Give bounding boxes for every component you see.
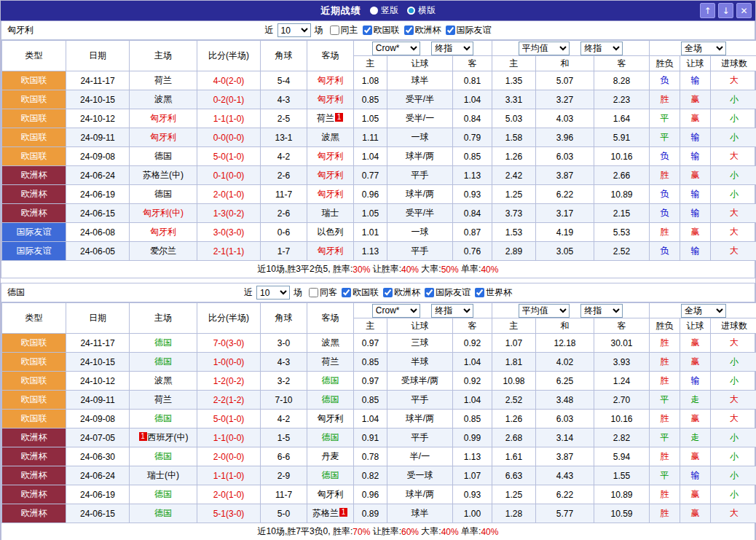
odds-handicap: 三球 [387,334,453,353]
team-text: 匈牙利 [150,227,176,237]
odds-source-select[interactable]: Crow* [372,42,420,55]
match-count-select[interactable]: 10 [277,23,311,37]
team-text: 波黑 [154,94,172,104]
avg-source-select[interactable]: 平均值 [519,42,570,55]
titlebar: 近期战绩 竖版 横版 ↑ ↓ ✕ [1,1,755,21]
avg-draw: 6.03 [536,410,594,429]
filter-checkbox[interactable]: 国际友谊 [446,24,492,36]
move-down-button[interactable]: ↓ [718,3,733,18]
col-subheader: 让球 [680,56,711,71]
checkbox-input[interactable] [309,288,318,297]
match-row: 欧洲杯24-06-19德国2-0(1-0)11-7匈牙利0.96球半/两0.93… [2,485,756,504]
filter-checkbox[interactable]: 欧国联 [363,24,400,36]
result-outcome: 胜 [650,504,680,523]
checkbox-input[interactable] [425,288,434,297]
filter-checkbox[interactable]: 国际友谊 [425,286,470,299]
match-score: 0-0(0-0) [197,128,261,147]
result-group-header: 全场 [650,303,756,318]
match-score: 2-0(1-0) [197,185,261,204]
result-scope-select[interactable]: 全场 [681,42,726,55]
odds-time-select[interactable]: 终指 [431,304,473,318]
team-text: 德国 [154,413,172,423]
competition-type: 国际友谊 [2,242,66,261]
summary-text: 近10场,胜3平2负5, 胜率: [258,263,353,275]
avg-home: 1.07 [492,334,536,353]
avg-time-select[interactable]: 终指 [580,304,623,318]
home-team: 德国 [130,147,197,166]
move-up-button[interactable]: ↑ [700,3,715,18]
match-row: 国际友谊24-06-05爱尔兰2-1(1-1)1-7匈牙利1.13平手0.762… [2,242,756,261]
competition-type: 欧国联 [2,71,66,90]
filter-checkbox[interactable]: 同主 [330,24,358,36]
checkbox-label: 欧国联 [374,24,400,36]
result-goals: 小 [711,466,756,485]
filter-checkbox[interactable]: 同客 [309,286,337,299]
team-text: 德国 [154,151,172,161]
titlebar-buttons: ↑ ↓ ✕ [700,3,752,18]
checkbox-input[interactable] [383,288,393,297]
filter-checkbox[interactable]: 欧国联 [342,286,379,299]
odds-source-select[interactable]: Crow* [372,304,420,318]
summary-text: 70% [353,527,370,537]
close-button[interactable]: ✕ [736,3,752,18]
odds-home: 0.85 [354,353,387,372]
checkbox-input[interactable] [404,26,414,35]
competition-type: 欧国联 [2,372,66,391]
match-date: 24-06-24 [66,166,130,185]
checkbox-input[interactable] [330,26,339,35]
avg-away: 2.70 [594,391,650,410]
avg-source-select[interactable]: 平均值 [519,304,570,318]
home-team: 德国 [130,447,197,466]
match-score: 1-1(1-0) [197,109,261,128]
match-score: 2-2(1-2) [197,391,261,410]
checkbox-input[interactable] [475,288,484,297]
summary-text: 40% [481,527,498,537]
corner-score: 1-5 [261,429,307,447]
match-row: 欧国联24-09-11荷兰2-2(1-2)7-10德国0.85平手1.042.5… [2,391,756,410]
odds-away: 0.79 [453,128,492,147]
result-handicap: 赢 [680,334,711,353]
col-subheader: 和 [536,56,594,71]
team-text: 西班牙(中) [148,432,189,442]
col-header-type: 类型 [2,303,66,334]
avg-draw: 6.22 [536,485,594,504]
checkbox-input[interactable] [363,26,372,35]
result-goals: 小 [711,128,756,147]
avg-home: 2.52 [492,391,536,410]
odds-time-select[interactable]: 终指 [431,42,473,55]
match-score: 5-0(1-0) [197,147,261,166]
checkbox-input[interactable] [446,26,455,35]
col-header-date: 日期 [66,303,130,334]
filter-checkbox[interactable]: 欧洲杯 [383,286,420,299]
avg-draw: 3.87 [536,447,594,466]
col-header-corner: 角球 [261,303,307,334]
result-handicap: 赢 [680,485,711,504]
result-scope-select[interactable]: 全场 [681,304,726,318]
filter-checkbox[interactable]: 欧洲杯 [404,24,441,36]
match-count-select[interactable]: 10 [256,286,290,300]
checkbox-label: 同客 [320,286,337,299]
team-text: 匈牙利 [318,170,344,180]
home-team: 德国 [130,185,197,204]
col-header-corner: 角球 [261,41,307,71]
summary-text: 单率: [459,263,481,275]
checkbox-input[interactable] [342,288,351,297]
home-team: 荷兰 [130,391,197,410]
layout-horizontal-radio[interactable]: 横版 [407,4,436,17]
corner-score: 6-6 [261,447,307,466]
match-row: 欧洲杯24-06-24苏格兰(中)0-1(0-0)2-6匈牙利0.77平手1.1… [2,166,756,185]
result-handicap: 走 [680,391,711,410]
match-date: 24-06-15 [66,504,130,523]
col-subheader: 进球数 [711,318,756,334]
layout-vertical-radio[interactable]: 竖版 [370,4,398,17]
odds-handicap: 一球 [387,128,453,147]
match-score: 4-0(2-0) [197,71,261,90]
away-team: 波黑 [307,128,354,147]
summary-text: 30% [353,265,370,275]
filter-checkbox[interactable]: 世界杯 [475,286,512,299]
avg-time-select[interactable]: 终指 [580,42,623,55]
result-handicap: 赢 [680,353,711,372]
away-team: 波黑 [307,334,354,353]
checkbox-label: 欧洲杯 [394,286,420,299]
result-goals: 小 [711,485,756,504]
